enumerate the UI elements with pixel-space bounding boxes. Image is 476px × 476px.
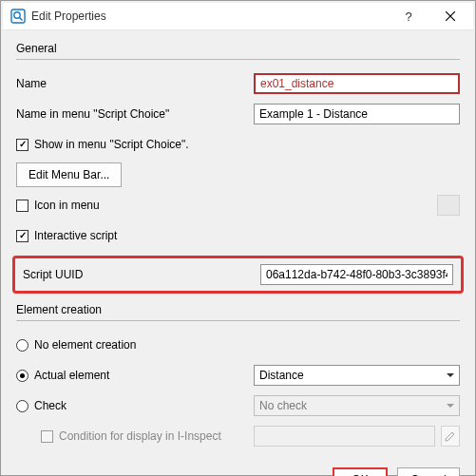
ok-button[interactable]: OK (333, 467, 388, 476)
menu-name-label: Name in menu "Script Choice" (16, 107, 244, 121)
show-in-menu-label: Show in menu "Script Choice". (34, 138, 189, 151)
show-in-menu-checkbox[interactable] (16, 139, 29, 151)
interactive-script-checkbox[interactable] (16, 230, 29, 242)
interactive-script-label: Interactive script (34, 229, 117, 242)
icon-preview (437, 195, 460, 216)
dialog-footer: OK Cancel (3, 458, 473, 476)
no-element-radio[interactable] (16, 339, 29, 352)
icon-in-menu-label: Icon in menu (34, 199, 100, 212)
actual-element-value: Distance (259, 369, 304, 382)
no-element-label: No element creation (34, 338, 136, 352)
name-input[interactable] (254, 73, 460, 94)
cancel-button[interactable]: Cancel (397, 467, 460, 476)
dialog-body: General Name Name in menu "Script Choice… (3, 30, 473, 458)
help-button[interactable]: ? (388, 3, 429, 29)
actual-element-select[interactable]: Distance (254, 365, 460, 386)
condition-input (254, 426, 435, 447)
svg-line-2 (19, 17, 22, 20)
check-label: Check (34, 399, 67, 412)
edit-menu-bar-button[interactable]: Edit Menu Bar... (16, 162, 122, 187)
svg-rect-0 (11, 10, 25, 23)
title-bar: Edit Properties ? (3, 3, 473, 30)
edit-properties-dialog: Edit Properties ? General Name Name in m… (0, 0, 476, 476)
check-radio[interactable] (16, 400, 29, 412)
general-header: General (16, 42, 460, 60)
element-header: Element creation (16, 303, 460, 321)
uuid-input[interactable] (260, 264, 453, 285)
actual-element-radio[interactable] (16, 370, 29, 382)
app-icon (10, 9, 26, 24)
chevron-down-icon (447, 373, 454, 377)
condition-label: Condition for display in I-Inspect (59, 429, 221, 443)
condition-checkbox (41, 430, 53, 443)
close-button[interactable] (429, 3, 471, 29)
icon-in-menu-checkbox[interactable] (16, 200, 29, 212)
uuid-highlight: Script UUID (12, 256, 464, 294)
menu-name-input[interactable] (254, 104, 460, 124)
svg-point-1 (14, 12, 20, 18)
name-label: Name (16, 77, 244, 90)
edit-condition-button (441, 426, 460, 447)
title-text: Edit Properties (31, 10, 388, 23)
actual-element-label: Actual element (34, 369, 109, 382)
chevron-down-icon (447, 404, 454, 408)
check-select: No check (254, 395, 460, 416)
uuid-label: Script UUID (23, 268, 251, 281)
check-value: No check (259, 399, 307, 412)
